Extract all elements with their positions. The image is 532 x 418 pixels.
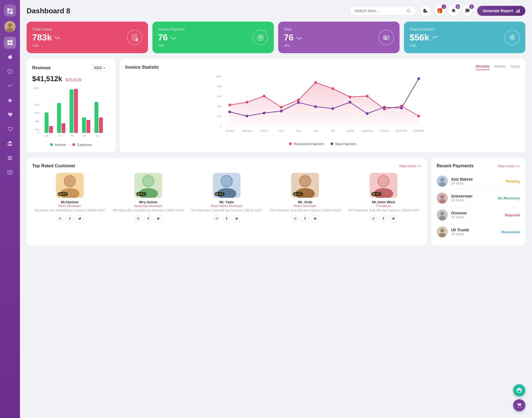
search-bar[interactable]: [350, 6, 416, 16]
svg-line-26: [410, 12, 410, 12]
tab-weekly[interactable]: Weekly: [494, 64, 506, 70]
customer-socials-3: [213, 215, 241, 222]
bar-chart: 1000 800 600 400 200 0 06 07: [32, 85, 110, 141]
total-invoice-value: 783k: [32, 32, 61, 43]
secure-payment-label: Secure Payment: [158, 27, 185, 31]
twitter-icon3[interactable]: [233, 215, 241, 222]
header: Dashboard 8 🎁 2 12 5 Generate Report: [27, 6, 525, 16]
payment-status-1: Pending: [506, 179, 520, 183]
list-item: ★ 4.2 Mr.Hariom React Developer 795 Fols…: [32, 173, 107, 222]
svg-point-126: [59, 218, 60, 219]
rating-badge-5: ★ 4.2: [371, 192, 382, 196]
svg-rect-3: [10, 11, 13, 14]
svg-rect-29: [518, 10, 519, 12]
avatar[interactable]: [4, 21, 16, 32]
svg-point-161: [439, 199, 446, 204]
svg-point-172: [521, 407, 521, 408]
svg-point-102: [314, 105, 317, 108]
moon-btn[interactable]: [421, 6, 431, 16]
svg-point-107: [400, 107, 403, 109]
secure-payment-change: -4%: [158, 44, 185, 48]
sidebar-item-info[interactable]: [4, 65, 16, 78]
total-promotion-icon: [504, 30, 520, 45]
svg-point-93: [366, 95, 369, 98]
total-change: -4%: [284, 44, 303, 48]
tab-today[interactable]: Today: [510, 64, 520, 70]
facebook-icon2[interactable]: [144, 215, 152, 222]
svg-point-157: [440, 178, 444, 182]
payment-name-2: Griezerman: [451, 194, 494, 198]
svg-text:September: September: [361, 129, 373, 132]
customer-name-1: Mr.Hariom: [61, 200, 79, 204]
facebook-icon5[interactable]: [380, 215, 387, 222]
payments-view-more[interactable]: View more >>: [498, 164, 520, 168]
sidebar-item-list[interactable]: [4, 166, 16, 178]
instagram-icon4[interactable]: [291, 215, 299, 222]
instagram-icon[interactable]: [56, 215, 64, 222]
svg-point-97: [228, 111, 231, 113]
year-select[interactable]: 2023: [90, 64, 110, 71]
svg-point-98: [245, 115, 248, 117]
twitter-icon5[interactable]: [390, 215, 397, 222]
svg-rect-1: [10, 8, 13, 11]
twitter-icon2[interactable]: [154, 215, 162, 222]
facebook-icon3[interactable]: [223, 215, 231, 222]
svg-rect-19: [8, 158, 12, 158]
float-cart-btn[interactable]: [513, 399, 525, 411]
svg-text:1000: 1000: [34, 87, 39, 89]
instagram-icon2[interactable]: [134, 215, 142, 222]
facebook-icon4[interactable]: [301, 215, 309, 222]
bell-btn[interactable]: 12: [448, 6, 459, 16]
svg-rect-63: [70, 89, 73, 133]
customer-role-2: Javascript Developer: [134, 204, 162, 207]
payment-age-3: 24 Years: [451, 215, 502, 219]
instagram-icon5[interactable]: [370, 215, 377, 222]
svg-text:0: 0: [220, 125, 221, 128]
sidebar-item-heart[interactable]: [4, 109, 16, 121]
customer-socials-4: [291, 215, 319, 222]
expenses-legend-dot: [72, 143, 75, 146]
revenue-card: Revenue 2023 $41,512k $25,612k: [27, 59, 115, 152]
sidebar-logo[interactable]: [4, 4, 16, 17]
twitter-icon[interactable]: [76, 215, 84, 222]
svg-point-155: [374, 218, 374, 218]
float-support-btn[interactable]: [513, 384, 525, 396]
sidebar-item-dashboard[interactable]: [4, 37, 16, 49]
sidebar-item-star[interactable]: [4, 94, 16, 106]
customer-title: Top Rated Customer: [32, 163, 75, 168]
svg-text:January: January: [225, 129, 234, 132]
float-buttons: [513, 384, 525, 411]
list-item: Uli Trumb 24 Years Recovered: [437, 224, 520, 240]
sidebar-item-print[interactable]: [4, 137, 16, 150]
svg-text:08: 08: [71, 134, 73, 137]
twitter-icon4[interactable]: [311, 215, 319, 222]
secure-payment-value: 76: [158, 32, 185, 43]
payment-avatar-4: [437, 226, 448, 237]
search-input[interactable]: [354, 9, 404, 13]
svg-rect-60: [57, 103, 61, 133]
svg-point-163: [440, 212, 444, 216]
svg-rect-8: [10, 40, 12, 42]
payment-info-4: Uli Trumb 24 Years: [451, 228, 498, 236]
svg-text:0: 0: [38, 132, 39, 134]
customer-view-more[interactable]: View more >>: [399, 164, 421, 168]
gift-btn[interactable]: 🎁 2: [434, 6, 445, 16]
svg-point-104: [349, 101, 351, 104]
svg-rect-0: [7, 8, 10, 11]
instagram-icon3[interactable]: [213, 215, 221, 222]
trend-down-icon: [54, 35, 61, 40]
generate-report-button[interactable]: Generate Report: [477, 6, 525, 16]
chat-btn[interactable]: 5: [462, 6, 473, 16]
tab-monthly[interactable]: Monthly: [476, 64, 490, 70]
payment-status-2: On Recovery: [498, 196, 520, 200]
sidebar-item-menu[interactable]: [4, 152, 16, 164]
sidebar-item-analytics[interactable]: [4, 80, 16, 92]
facebook-icon[interactable]: [66, 215, 74, 222]
income-legend: Income: [50, 143, 66, 147]
svg-point-5: [8, 23, 12, 27]
customer-name-4: Mr. Osib: [298, 200, 312, 204]
sidebar-item-heart2[interactable]: [4, 123, 16, 135]
sidebar-item-settings[interactable]: [4, 51, 16, 63]
headset-icon: [516, 387, 522, 393]
list-item: Aziz Bakree 24 Years Pending: [437, 173, 520, 190]
